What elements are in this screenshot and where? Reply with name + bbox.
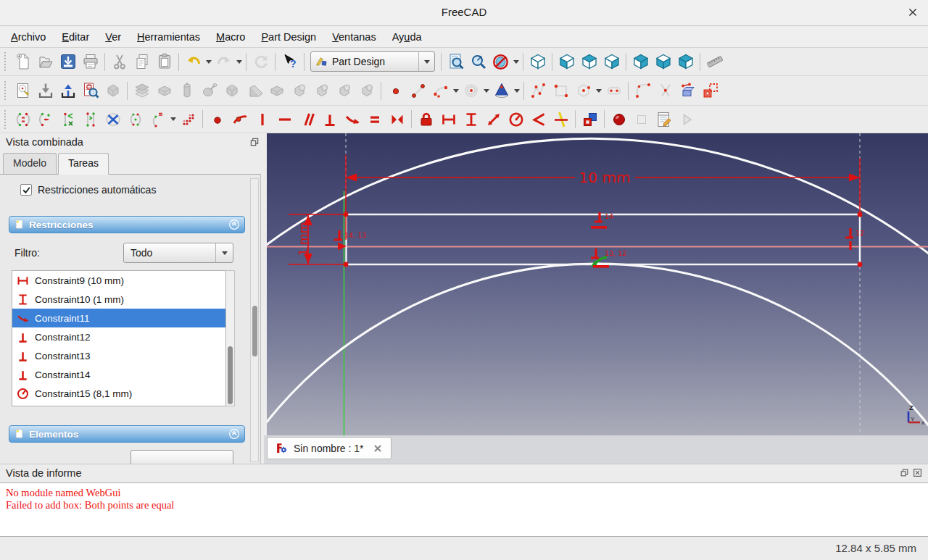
create-arc-button[interactable]: [429, 80, 452, 102]
fillet-feature-button[interactable]: [288, 80, 310, 102]
groove-button[interactable]: [198, 80, 220, 102]
height-dimension-label[interactable]: 1 mm: [297, 222, 310, 256]
constraint-list-item[interactable]: Constraint9 (10 mm): [12, 271, 225, 290]
pad-button[interactable]: [130, 80, 153, 102]
refresh-button[interactable]: [249, 51, 272, 73]
view-sketch-button[interactable]: [57, 80, 79, 102]
report-log[interactable]: No module named WebGui Failed to add box…: [0, 482, 928, 537]
constrain-point-on-object-button[interactable]: [228, 108, 251, 130]
boolean-operation-button[interactable]: [265, 80, 288, 102]
section-elementos[interactable]: Elementos: [9, 425, 245, 443]
print-button[interactable]: [79, 51, 102, 73]
vertex-point[interactable]: [344, 212, 349, 217]
polar-pattern-button[interactable]: [355, 80, 378, 102]
constraint-list-scrollbar[interactable]: [226, 270, 235, 406]
revolution-button[interactable]: [175, 80, 198, 102]
elements-mode-dropdown[interactable]: [130, 450, 233, 464]
create-slot-button[interactable]: [602, 80, 625, 102]
whats-this-button[interactable]: ?: [278, 51, 301, 73]
macro-execute-button[interactable]: [675, 108, 697, 130]
constrain-vertical-distance-button[interactable]: [460, 108, 482, 130]
paste-button[interactable]: [153, 51, 175, 73]
pocket-button[interactable]: [153, 80, 175, 102]
create-rectangle-button[interactable]: [550, 80, 572, 102]
float-panel-icon[interactable]: [249, 137, 260, 149]
view-left-button[interactable]: [674, 51, 697, 73]
new-file-button[interactable]: [12, 51, 34, 73]
close-panel-icon[interactable]: [913, 468, 922, 477]
constraint-marker-left[interactable]: 14, 13: [334, 230, 366, 240]
menu-part-design[interactable]: Part Design: [253, 28, 324, 46]
switch-virtual-space-dropdown-caret[interactable]: [169, 108, 177, 130]
mirrored-feature-button[interactable]: [333, 80, 355, 102]
create-conic-dropdown-caret[interactable]: [513, 80, 521, 102]
hide-internal-geometry-button[interactable]: [102, 108, 124, 130]
tab-tareas[interactable]: Tareas: [58, 153, 109, 175]
chevron-down-icon[interactable]: [418, 52, 434, 71]
cut-button[interactable]: [108, 51, 130, 73]
scrollbar-thumb[interactable]: [228, 346, 233, 404]
constraint-list-item[interactable]: Constraint12: [12, 327, 225, 346]
constrain-parallel-button[interactable]: [296, 108, 318, 130]
trim-edge-button[interactable]: [654, 80, 676, 102]
constrain-distance-button[interactable]: [482, 108, 505, 130]
draw-style-button[interactable]: [489, 51, 512, 73]
redo-dropdown-caret[interactable]: [235, 51, 243, 73]
carbon-copy-button[interactable]: [699, 80, 721, 102]
collapse-section-icon[interactable]: [228, 217, 240, 233]
toolbar-handle[interactable]: [4, 110, 9, 129]
constrain-tangent-button[interactable]: [341, 108, 363, 130]
constrain-equal-button[interactable]: [363, 108, 386, 130]
menu-herramientas[interactable]: Herramientas: [129, 28, 208, 46]
external-geometry-button[interactable]: [676, 80, 699, 102]
tasks-scrollbar[interactable]: [250, 178, 259, 462]
create-circle-dropdown-caret[interactable]: [482, 80, 490, 102]
menu-ayuda[interactable]: Ayuda: [384, 28, 430, 46]
vertex-point[interactable]: [858, 212, 863, 217]
toolbar-handle[interactable]: [4, 81, 9, 100]
menu-archivo[interactable]: Archivo: [3, 28, 54, 46]
redo-button[interactable]: [212, 51, 235, 73]
view-right-button[interactable]: [600, 51, 623, 73]
subtractive-primitive-button[interactable]: [243, 80, 265, 102]
menu-ventanas[interactable]: Ventanas: [324, 28, 384, 46]
sketcher-trim-tools-button[interactable]: [57, 108, 79, 130]
menu-macro[interactable]: Macro: [208, 28, 253, 46]
create-point-button[interactable]: [384, 80, 407, 102]
width-dimension-label[interactable]: 10 mm: [579, 169, 631, 186]
float-panel-icon[interactable]: [900, 468, 909, 477]
toggle-driving-constraint-button[interactable]: [579, 108, 601, 130]
constrain-lock-button[interactable]: [415, 108, 437, 130]
sketcher-move-button[interactable]: [34, 108, 57, 130]
create-conic-button[interactable]: [490, 80, 513, 102]
constraint-list-item[interactable]: Constraint11: [12, 309, 225, 327]
copy-button[interactable]: [130, 51, 153, 73]
3d-viewport[interactable]: 10 mm 1 mm 14, 13 14 13, 12: [267, 133, 928, 435]
section-restricciones[interactable]: Restricciones: [9, 216, 245, 233]
sketcher-clone-button[interactable]: [12, 108, 34, 130]
collapse-section-icon[interactable]: [228, 427, 240, 442]
undo-dropdown-caret[interactable]: [204, 51, 212, 73]
create-circle-button[interactable]: [460, 80, 482, 102]
menu-editar[interactable]: Editar: [54, 28, 97, 46]
create-fillet-button[interactable]: [631, 80, 654, 102]
inner-arc-edge[interactable]: [267, 264, 928, 430]
create-polygon-button[interactable]: [572, 80, 594, 102]
constrain-symmetric-button[interactable]: [386, 108, 408, 130]
constrain-radius-button[interactable]: [505, 108, 527, 130]
view-bottom-button[interactable]: [652, 51, 674, 73]
sketcher-extend-tools-button[interactable]: [79, 108, 102, 130]
view-axonometric-button[interactable]: [526, 51, 549, 73]
fit-all-button[interactable]: [444, 51, 467, 73]
measure-distance-button[interactable]: [703, 51, 726, 73]
constraint-list-item[interactable]: Constraint13: [12, 346, 225, 365]
linear-pattern-button[interactable]: [310, 80, 333, 102]
view-rear-button[interactable]: [629, 51, 652, 73]
constraint-list-item[interactable]: Constraint14: [12, 365, 225, 384]
vertex-point[interactable]: [344, 262, 349, 267]
view-top-button[interactable]: [578, 51, 600, 73]
rectangular-array-button[interactable]: [177, 108, 199, 130]
vertex-point[interactable]: [858, 262, 863, 267]
constraint-list-item[interactable]: Constraint15 (8,1 mm): [12, 384, 225, 403]
filter-dropdown[interactable]: Todo: [123, 243, 233, 263]
